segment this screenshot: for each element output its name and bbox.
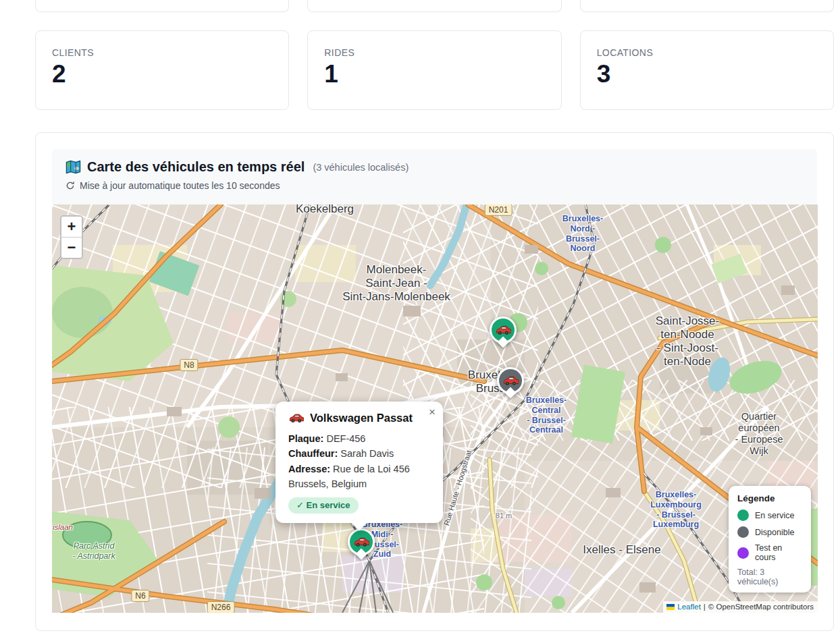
- stat-value: 3: [597, 61, 817, 88]
- legend-color-dot: [737, 510, 749, 521]
- partial-card: [580, 0, 834, 12]
- legend-total: Total: 3 véhicule(s): [737, 568, 802, 586]
- attribution-separator: |: [704, 603, 706, 611]
- stat-label: RIDES: [324, 47, 544, 58]
- map-vehicle-count: (3 véhicules localisés): [313, 162, 409, 173]
- legend-item-label: Test en cours: [755, 543, 802, 562]
- car-icon: [353, 536, 369, 547]
- legend-item-label: En service: [755, 511, 794, 520]
- leaflet-link[interactable]: Leaflet: [677, 603, 701, 611]
- stat-value: 1: [324, 61, 544, 88]
- legend-item: En service: [737, 510, 802, 521]
- auto-refresh-text: Mise à jour automatique toutes les 10 se…: [80, 180, 280, 191]
- dashboard-page: CLIENTS 2 RIDES 1 LOCATIONS 3: [35, 0, 834, 631]
- map-header: Carte des véhicules en temps réel (3 véh…: [52, 149, 817, 204]
- legend-item: Test en cours: [737, 543, 802, 562]
- map-legend: Légende En service Disponible: [729, 486, 811, 593]
- osm-attribution[interactable]: © OpenStreetMap contributors: [708, 603, 814, 611]
- legend-color-dot: [737, 526, 749, 538]
- car-icon: [495, 325, 511, 335]
- popup-field: Plaque: DEF-456: [288, 431, 430, 446]
- world-map-icon: [65, 159, 81, 175]
- popup-field-value: Sarah Davis: [340, 448, 394, 459]
- popup-field: Adresse: Rue de la Loi 456 Brussels, Bel…: [288, 462, 430, 492]
- map-attribution: Leaflet | © OpenStreetMap contributors: [663, 601, 818, 613]
- partial-card: [35, 0, 289, 12]
- popup-vehicle-name: Volkswagen Passat: [310, 412, 413, 424]
- popup-close-button[interactable]: ×: [429, 406, 436, 418]
- vehicle-marker[interactable]: [348, 528, 375, 555]
- stat-card: LOCATIONS 3: [580, 30, 834, 110]
- stat-card: RIDES 1: [307, 30, 561, 110]
- car-icon: [288, 413, 304, 423]
- ukraine-flag-icon: [666, 604, 675, 610]
- map-zoom-control: + −: [60, 215, 83, 259]
- popup-field-label: Plaque:: [288, 433, 323, 444]
- vehicle-map-card: Carte des véhicules en temps réel (3 véh…: [35, 132, 834, 631]
- legend-color-dot: [737, 547, 749, 559]
- map-title: Carte des véhicules en temps réel: [87, 159, 305, 175]
- legend-item: Disponible: [737, 526, 802, 538]
- vehicle-popup: × Volkswagen Passat Plaque: DEF-456: [275, 402, 443, 523]
- zoom-out-button[interactable]: −: [61, 238, 82, 258]
- partial-card: [307, 0, 561, 12]
- stat-value: 2: [52, 61, 272, 88]
- stat-label: LOCATIONS: [597, 47, 817, 58]
- vehicle-marker[interactable]: [490, 316, 517, 343]
- vehicle-marker[interactable]: [497, 367, 524, 394]
- legend-item-label: Disponible: [755, 528, 794, 537]
- previous-cards-row: [35, 0, 834, 12]
- zoom-in-button[interactable]: +: [61, 217, 82, 238]
- legend-items: En service Disponible Test en cours: [737, 510, 802, 562]
- car-icon: [502, 375, 519, 386]
- popup-fields: Plaque: DEF-456 Chauffeur: Sarah Davis A…: [288, 431, 430, 492]
- stat-card: CLIENTS 2: [35, 30, 289, 110]
- legend-title: Légende: [737, 493, 802, 503]
- popup-field-value: DEF-456: [326, 433, 365, 444]
- refresh-icon: [65, 181, 75, 190]
- stat-label: CLIENTS: [52, 47, 272, 58]
- leaflet-map[interactable]: Koekelberg N201 Bruxelles- Nord - Brusse…: [52, 204, 818, 613]
- stats-row: CLIENTS 2 RIDES 1 LOCATIONS 3: [35, 30, 834, 110]
- vehicle-status-badge: ✓ En service: [288, 497, 359, 514]
- popup-field: Chauffeur: Sarah Davis: [288, 446, 430, 461]
- popup-field-label: Adresse:: [288, 464, 330, 474]
- popup-field-label: Chauffeur:: [288, 448, 338, 459]
